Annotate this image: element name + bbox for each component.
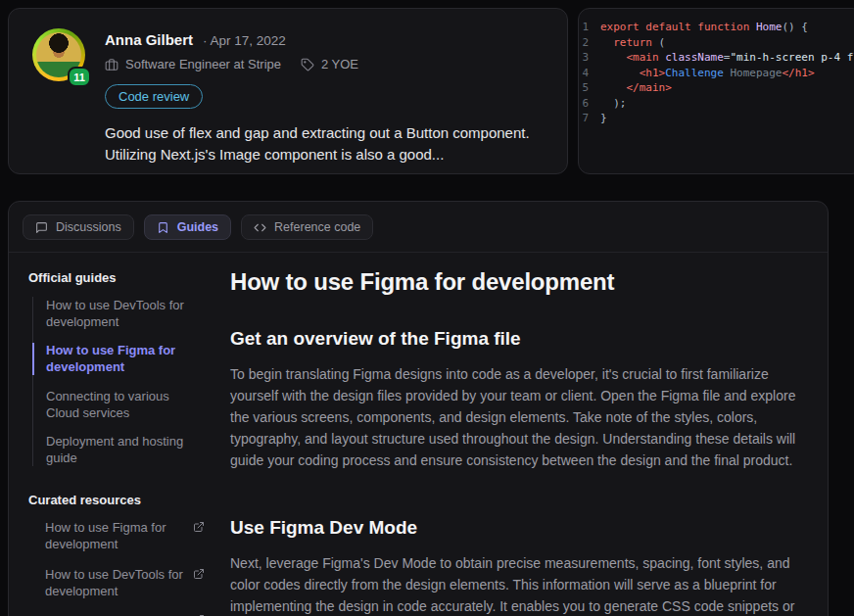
curated-resources-list: How to use Figma for development How to …	[32, 519, 205, 616]
code-line: 6 );	[579, 96, 854, 112]
code-token: Challenge	[665, 67, 724, 79]
tab-label: Reference code	[274, 220, 360, 234]
code-line: 3 <main className="min-h-screen p-4 flex…	[579, 50, 854, 66]
code-line: 4 <h1>Challenge Homepage</h1>	[579, 66, 854, 81]
code-token: export default function	[600, 21, 756, 33]
guides-panel: Discussions Guides Reference code Offici…	[8, 201, 829, 616]
guide-article: How to use Figma for development Get an …	[205, 253, 828, 616]
code-token: Homepage	[724, 67, 783, 79]
official-guides-list: How to use DevTools for development How …	[32, 297, 205, 466]
tab-discussions[interactable]: Discussions	[23, 214, 134, 240]
author-experience-label: 2 YOE	[321, 57, 358, 71]
code-token: </h1>	[782, 67, 814, 79]
curated-resources-title: Curated resources	[28, 493, 205, 507]
code-token: (	[652, 36, 665, 49]
code-token	[600, 51, 627, 64]
avatar[interactable]: 11	[32, 28, 87, 83]
resource-link-cloud[interactable]: Connecting to various Cloud services	[45, 612, 205, 616]
code-token: );	[600, 97, 627, 110]
author-name: Anna Gilbert	[105, 31, 193, 48]
article-paragraph: To begin translating Figma designs into …	[230, 363, 806, 472]
tab-reference-code[interactable]: Reference code	[241, 214, 373, 240]
review-body: Anna Gilbert · Apr 17, 2022 Software Eng…	[105, 28, 544, 166]
author-role: Software Engineer at Stripe	[105, 57, 281, 71]
author-experience: 2 YOE	[301, 57, 358, 71]
tag-icon	[301, 58, 314, 71]
line-number: 1	[579, 20, 600, 35]
code-line: 7 }	[579, 111, 854, 126]
external-link-icon	[193, 568, 205, 580]
code-token: Home	[756, 21, 783, 33]
code-token	[600, 36, 613, 49]
code-preview-card[interactable]: 1 export default function Home() { 2 ret…	[578, 8, 854, 174]
name-row: Anna Gilbert · Apr 17, 2022	[105, 31, 544, 48]
section-heading: Use Figma Dev Mode	[230, 517, 806, 539]
line-number: 6	[579, 96, 600, 112]
code-token: <h1>	[640, 67, 666, 79]
code-token	[600, 67, 640, 79]
bookmark-icon	[157, 221, 169, 234]
code-token: <main	[627, 51, 659, 64]
code-token: return	[613, 36, 652, 49]
external-link-icon	[193, 521, 205, 533]
sidebar-item-devtools[interactable]: How to use DevTools for development	[46, 297, 205, 330]
code-token: "min-h-screen p-4 flex"	[730, 51, 854, 64]
line-number: 5	[579, 80, 600, 96]
line-number: 2	[579, 35, 600, 51]
article-title: How to use Figma for development	[230, 268, 806, 296]
tab-guides[interactable]: Guides	[144, 214, 231, 240]
code-line: 1 export default function Home() {	[579, 20, 854, 35]
line-number: 3	[579, 50, 600, 66]
code-token: }	[600, 112, 607, 124]
reputation-badge: 11	[68, 67, 91, 87]
sidebar-item-figma[interactable]: How to use Figma for development	[46, 342, 205, 375]
tab-label: Guides	[177, 220, 218, 234]
sidebar-item-cloud[interactable]: Connecting to various Cloud services	[46, 388, 205, 421]
code-line: 2 return (	[579, 35, 854, 51]
resource-link-figma[interactable]: How to use Figma for development	[45, 519, 205, 552]
code-token: </main>	[627, 81, 672, 94]
author-meta: Software Engineer at Stripe 2 YOE	[105, 57, 544, 71]
page: 11 Anna Gilbert · Apr 17, 2022 Software …	[0, 0, 854, 616]
post-date: · Apr 17, 2022	[203, 33, 286, 48]
review-card[interactable]: 11 Anna Gilbert · Apr 17, 2022 Software …	[8, 8, 568, 174]
code-icon	[254, 221, 266, 234]
briefcase-icon	[105, 58, 119, 71]
chat-icon	[35, 221, 48, 234]
official-guides-title: Official guides	[28, 270, 205, 285]
tab-label: Discussions	[56, 220, 121, 234]
resource-link-label: Connecting to various Cloud services	[45, 612, 185, 616]
code-token	[600, 81, 627, 94]
line-number: 7	[579, 111, 600, 126]
article-section: Use Figma Dev Mode Next, leverage Figma'…	[230, 517, 806, 616]
section-heading: Get an overview of the Figma file	[230, 328, 806, 350]
resource-link-label: How to use Figma for development	[45, 519, 185, 552]
resource-link-devtools[interactable]: How to use DevTools for development	[45, 566, 205, 599]
resource-link-label: How to use DevTools for development	[45, 566, 185, 599]
guides-sidebar: Official guides How to use DevTools for …	[9, 253, 205, 616]
tab-bar: Discussions Guides Reference code	[9, 202, 828, 253]
line-number: 4	[579, 66, 600, 81]
sidebar-item-deployment[interactable]: Deployment and hosting guide	[46, 433, 205, 466]
article-paragraph: Next, leverage Figma's Dev Mode to obtai…	[230, 552, 806, 616]
review-comment: Good use of flex and gap and extracting …	[105, 122, 544, 166]
author-role-label: Software Engineer at Stripe	[125, 57, 281, 71]
code-token: className	[665, 51, 724, 64]
code-review-tag[interactable]: Code review	[105, 84, 203, 109]
code-line: 5 </main>	[579, 80, 854, 96]
review-header: 11 Anna Gilbert · Apr 17, 2022 Software …	[32, 28, 544, 166]
guides-content: Official guides How to use DevTools for …	[9, 253, 828, 616]
article-section: Get an overview of the Figma file To beg…	[230, 328, 806, 472]
code-token: () {	[782, 21, 808, 33]
